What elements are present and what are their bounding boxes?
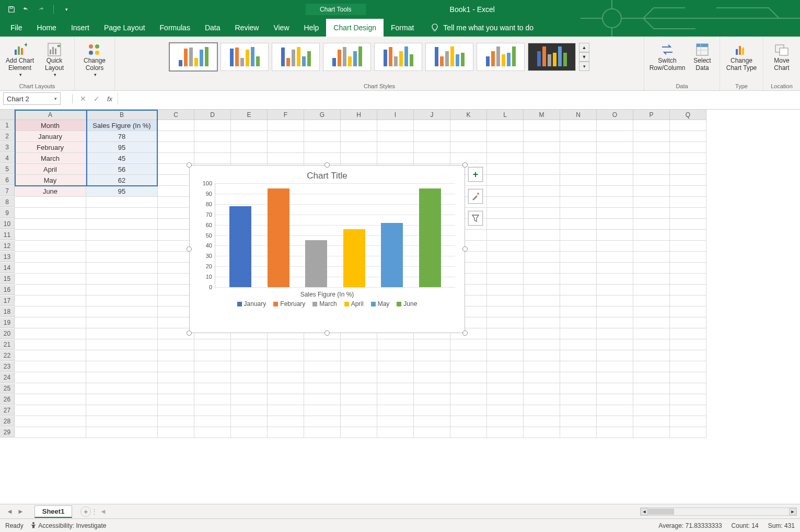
cell-I21[interactable]: [377, 339, 414, 350]
worksheet-grid[interactable]: ABCDEFGHIJKLMNOPQ1MonthSales Figure (In …: [0, 110, 800, 504]
cell-B9[interactable]: [86, 208, 158, 219]
cell-N29[interactable]: [560, 427, 597, 438]
cell-M15[interactable]: [524, 274, 560, 285]
cell-M24[interactable]: [524, 372, 560, 383]
tab-help[interactable]: Help: [297, 19, 327, 37]
cell-M12[interactable]: [524, 241, 560, 252]
cell-I24[interactable]: [377, 372, 414, 383]
legend-item-january[interactable]: January: [237, 300, 266, 308]
cell-J1[interactable]: [414, 120, 450, 131]
cell-K26[interactable]: [450, 394, 487, 405]
cell-A22[interactable]: [15, 350, 86, 361]
cell-Q23[interactable]: [670, 361, 706, 372]
cell-G4[interactable]: [304, 153, 341, 164]
chart-style-thumb-1[interactable]: [169, 43, 217, 71]
cell-A1[interactable]: Month: [15, 120, 86, 131]
cell-N21[interactable]: [560, 339, 597, 350]
cell-B10[interactable]: [86, 219, 158, 230]
switch-row-column-button[interactable]: Switch Row/Column: [648, 39, 686, 72]
chart-title[interactable]: Chart Title: [190, 165, 465, 183]
cell-G29[interactable]: [304, 427, 341, 438]
row-header-23[interactable]: 23: [0, 361, 15, 372]
cell-N15[interactable]: [560, 274, 597, 285]
cell-B17[interactable]: [86, 295, 158, 306]
cell-L26[interactable]: [487, 394, 524, 405]
row-header-7[interactable]: 7: [0, 186, 15, 196]
cell-Q28[interactable]: [670, 416, 706, 427]
cell-N6[interactable]: [560, 175, 597, 186]
cell-N3[interactable]: [560, 142, 597, 153]
cell-P17[interactable]: [633, 295, 670, 306]
quick-layout-button[interactable]: Quick Layout▾: [39, 39, 70, 77]
cell-Q14[interactable]: [670, 263, 706, 274]
cell-P13[interactable]: [633, 252, 670, 263]
cell-H25[interactable]: [341, 383, 377, 394]
row-header-25[interactable]: 25: [0, 383, 15, 394]
cell-O13[interactable]: [597, 252, 633, 263]
row-header-1[interactable]: 1: [0, 120, 15, 131]
cell-L29[interactable]: [487, 427, 524, 438]
cell-B18[interactable]: [86, 306, 158, 317]
cell-O2[interactable]: [597, 131, 633, 142]
change-colors-button[interactable]: Change Colors▾: [79, 39, 110, 77]
cell-D21[interactable]: [194, 339, 231, 350]
enter-formula-icon[interactable]: ✓: [94, 94, 100, 103]
save-icon[interactable]: [7, 5, 16, 14]
cell-F3[interactable]: [268, 142, 304, 153]
cell-Q16[interactable]: [670, 285, 706, 295]
cell-M26[interactable]: [524, 394, 560, 405]
cell-A18[interactable]: [15, 306, 86, 317]
chart-style-thumb-6[interactable]: [425, 43, 473, 71]
cell-L19[interactable]: [487, 317, 524, 328]
chart-style-thumb-4[interactable]: [323, 43, 371, 71]
cell-A10[interactable]: [15, 219, 86, 230]
cell-B27[interactable]: [86, 405, 158, 416]
cell-L9[interactable]: [487, 208, 524, 219]
cell-N5[interactable]: [560, 164, 597, 175]
cell-B23[interactable]: [86, 361, 158, 372]
cell-P15[interactable]: [633, 274, 670, 285]
cell-H3[interactable]: [341, 142, 377, 153]
cell-B3[interactable]: 95: [86, 142, 158, 153]
tab-formulas[interactable]: Formulas: [153, 19, 198, 37]
cell-H1[interactable]: [341, 120, 377, 131]
tab-insert[interactable]: Insert: [64, 19, 97, 37]
cell-L10[interactable]: [487, 219, 524, 230]
row-header-11[interactable]: 11: [0, 230, 15, 240]
cell-P5[interactable]: [633, 164, 670, 175]
cell-D22[interactable]: [194, 350, 231, 361]
cell-B6[interactable]: 62: [86, 175, 158, 186]
cell-P24[interactable]: [633, 372, 670, 383]
cell-J29[interactable]: [414, 427, 450, 438]
cell-A25[interactable]: [15, 383, 86, 394]
cell-M4[interactable]: [524, 153, 560, 164]
chart-style-thumb-2[interactable]: [221, 43, 269, 71]
cell-M25[interactable]: [524, 383, 560, 394]
cell-I2[interactable]: [377, 131, 414, 142]
column-header-A[interactable]: A: [15, 110, 86, 120]
column-header-Q[interactable]: Q: [670, 110, 706, 120]
status-accessibility[interactable]: Accessibility: Investigate: [30, 522, 107, 529]
row-header-2[interactable]: 2: [0, 131, 15, 141]
cell-N14[interactable]: [560, 263, 597, 274]
cell-Q5[interactable]: [670, 164, 706, 175]
cell-B16[interactable]: [86, 285, 158, 295]
cell-D29[interactable]: [194, 427, 231, 438]
cell-P14[interactable]: [633, 263, 670, 274]
cell-Q19[interactable]: [670, 317, 706, 328]
cell-C1[interactable]: [158, 120, 194, 131]
cell-L28[interactable]: [487, 416, 524, 427]
cell-G2[interactable]: [304, 131, 341, 142]
column-header-L[interactable]: L: [487, 110, 524, 120]
row-header-16[interactable]: 16: [0, 285, 15, 295]
cell-N23[interactable]: [560, 361, 597, 372]
chart-styles-gallery[interactable]: ▲▼▾: [169, 39, 589, 82]
cell-O8[interactable]: [597, 197, 633, 208]
cell-M11[interactable]: [524, 230, 560, 241]
cell-B24[interactable]: [86, 372, 158, 383]
cell-H2[interactable]: [341, 131, 377, 142]
cell-L6[interactable]: [487, 175, 524, 186]
column-header-P[interactable]: P: [633, 110, 670, 120]
redo-icon[interactable]: [37, 5, 45, 14]
cell-L5[interactable]: [487, 164, 524, 175]
